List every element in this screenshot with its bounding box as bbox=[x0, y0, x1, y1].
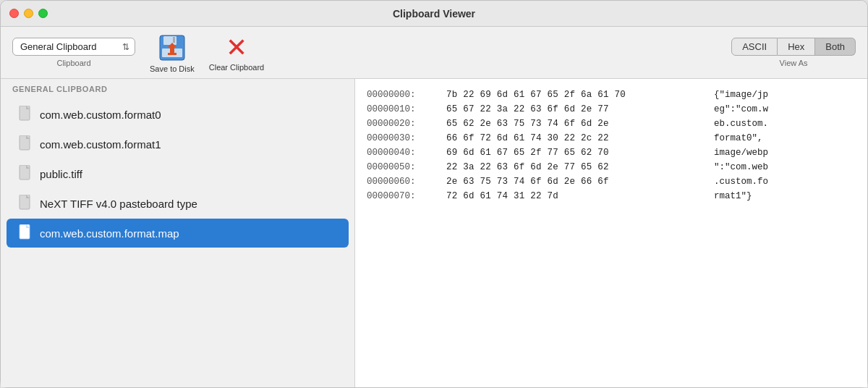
clear-clipboard-button[interactable]: ✕ Clear Clipboard bbox=[209, 34, 264, 72]
hex-ascii: {"image/jp bbox=[714, 88, 768, 102]
view-as-buttons: ASCII Hex Both bbox=[731, 38, 856, 56]
hex-ascii: format0", bbox=[714, 131, 763, 146]
sidebar-item-name: com.web.custom.format1 bbox=[40, 138, 161, 151]
save-to-disk-button[interactable]: Save to Disk bbox=[150, 33, 195, 73]
hex-row: 00000000: 7b 22 69 6d 61 67 65 2f 6a 61 … bbox=[367, 88, 856, 102]
hex-address: 00000010: bbox=[367, 102, 446, 117]
file-icon bbox=[18, 135, 33, 153]
hex-bytes: 65 67 22 3a 22 63 6f 6d 2e 77 bbox=[446, 102, 714, 117]
sidebar-header: GENERAL CLIPBOARD bbox=[1, 79, 354, 96]
hex-address: 00000020: bbox=[367, 117, 446, 131]
hex-bytes: 2e 63 75 73 74 6f 6d 2e 66 6f bbox=[446, 174, 714, 189]
save-disk-icon bbox=[157, 33, 187, 63]
view-as-section: ASCII Hex Both View As bbox=[731, 38, 856, 67]
sidebar-item[interactable]: NeXT TIFF v4.0 pasteboard type bbox=[7, 189, 349, 218]
sidebar-item[interactable]: public.tiff bbox=[7, 159, 349, 188]
sidebar-item[interactable]: com.web.custom.format1 bbox=[7, 130, 349, 159]
hex-row: 00000010: 65 67 22 3a 22 63 6f 6d 2e 77 … bbox=[367, 102, 856, 117]
hex-bytes: 22 3a 22 63 6f 6d 2e 77 65 62 bbox=[446, 160, 714, 174]
hex-ascii: ":"com.web bbox=[714, 160, 768, 174]
hex-viewer: 00000000: 7b 22 69 6d 61 67 65 2f 6a 61 … bbox=[355, 79, 867, 387]
toolbar: General Clipboard Find Clipboard ⇅ Clipb… bbox=[1, 27, 867, 79]
view-ascii-button[interactable]: ASCII bbox=[731, 38, 778, 56]
close-button[interactable] bbox=[9, 9, 19, 18]
minimize-button[interactable] bbox=[24, 9, 33, 18]
sidebar-item-name: com.web.custom.format.map bbox=[40, 227, 179, 240]
hex-row: 00000020: 65 62 2e 63 75 73 74 6f 6d 2e … bbox=[367, 117, 856, 131]
main-window: Clipboard Viewer General Clipboard Find … bbox=[0, 0, 868, 388]
hex-row: 00000070: 72 6d 61 74 31 22 7d rmat1"} bbox=[367, 189, 856, 203]
view-hex-button[interactable]: Hex bbox=[778, 38, 815, 56]
view-as-label: View As bbox=[780, 59, 808, 67]
file-icon bbox=[18, 195, 33, 212]
hex-row: 00000030: 66 6f 72 6d 61 74 30 22 2c 22 … bbox=[367, 131, 856, 146]
sidebar-list: com.web.custom.format0com.web.custom.for… bbox=[1, 96, 354, 387]
hex-row: 00000060: 2e 63 75 73 74 6f 6d 2e 66 6f … bbox=[367, 174, 856, 189]
clear-icon: ✕ bbox=[223, 34, 250, 62]
hex-address: 00000030: bbox=[367, 131, 446, 146]
clear-label: Clear Clipboard bbox=[209, 63, 264, 72]
titlebar: Clipboard Viewer bbox=[1, 1, 867, 27]
sidebar-item[interactable]: com.web.custom.format0 bbox=[7, 100, 349, 129]
clipboard-select-wrapper: General Clipboard Find Clipboard ⇅ bbox=[12, 38, 135, 56]
hex-address: 00000050: bbox=[367, 160, 446, 174]
svg-rect-5 bbox=[168, 53, 176, 55]
hex-ascii: image/webp bbox=[714, 146, 768, 160]
save-label: Save to Disk bbox=[150, 64, 195, 73]
main-content: GENERAL CLIPBOARD com.web.custom.format0… bbox=[1, 79, 867, 387]
hex-row: 00000050: 22 3a 22 63 6f 6d 2e 77 65 62 … bbox=[367, 160, 856, 174]
hex-ascii: eg":"com.w bbox=[714, 102, 768, 117]
hex-address: 00000000: bbox=[367, 88, 446, 102]
traffic-lights bbox=[9, 9, 48, 18]
file-icon bbox=[18, 106, 33, 123]
hex-bytes: 66 6f 72 6d 61 74 30 22 2c 22 bbox=[446, 131, 714, 146]
file-icon bbox=[18, 224, 33, 242]
maximize-button[interactable] bbox=[38, 9, 48, 18]
clipboard-selector-group: General Clipboard Find Clipboard ⇅ Clipb… bbox=[12, 38, 135, 67]
hex-address: 00000070: bbox=[367, 189, 446, 203]
svg-rect-2 bbox=[173, 37, 175, 43]
hex-ascii: rmat1"} bbox=[714, 189, 752, 203]
hex-bytes: 65 62 2e 63 75 73 74 6f 6d 2e bbox=[446, 117, 714, 131]
file-icon bbox=[18, 165, 33, 182]
clipboard-select[interactable]: General Clipboard Find Clipboard bbox=[12, 38, 135, 56]
sidebar-item-name: public.tiff bbox=[40, 168, 82, 180]
hex-bytes: 7b 22 69 6d 61 67 65 2f 6a 61 70 bbox=[446, 88, 714, 102]
hex-row: 00000040: 69 6d 61 67 65 2f 77 65 62 70 … bbox=[367, 146, 856, 160]
sidebar-item[interactable]: com.web.custom.format.map bbox=[7, 219, 349, 248]
view-both-button[interactable]: Both bbox=[815, 38, 856, 56]
hex-address: 00000040: bbox=[367, 146, 446, 160]
hex-address: 00000060: bbox=[367, 174, 446, 189]
hex-ascii: .custom.fo bbox=[714, 174, 768, 189]
hex-bytes: 69 6d 61 67 65 2f 77 65 62 70 bbox=[446, 146, 714, 160]
hex-bytes: 72 6d 61 74 31 22 7d bbox=[446, 189, 714, 203]
sidebar-item-name: NeXT TIFF v4.0 pasteboard type bbox=[40, 198, 197, 210]
sidebar-item-name: com.web.custom.format0 bbox=[40, 109, 161, 121]
hex-ascii: eb.custom. bbox=[714, 117, 768, 131]
clipboard-label: Clipboard bbox=[56, 59, 90, 67]
sidebar: GENERAL CLIPBOARD com.web.custom.format0… bbox=[1, 79, 355, 387]
window-title: Clipboard Viewer bbox=[393, 8, 475, 20]
